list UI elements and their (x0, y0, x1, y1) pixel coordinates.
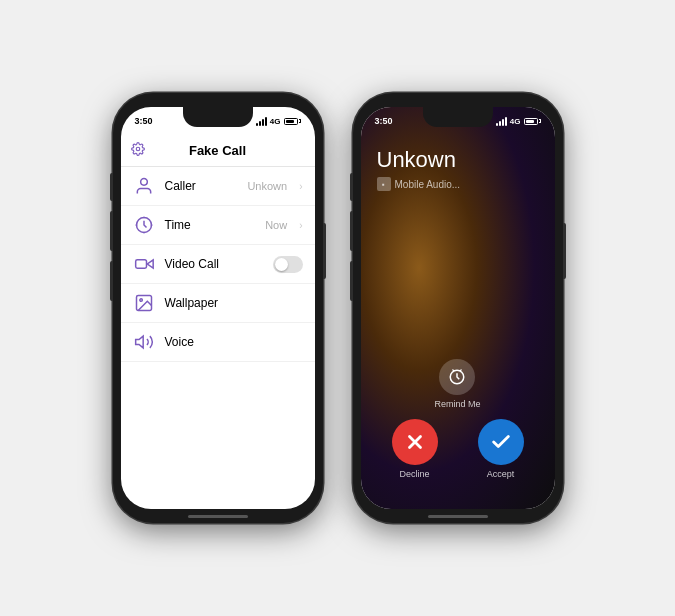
audio-icon: ▪ (377, 177, 391, 191)
svg-point-6 (139, 299, 142, 302)
call-battery-tip (539, 119, 541, 123)
status-icons: 4G (256, 117, 301, 126)
call-network-type: 4G (510, 117, 521, 126)
battery-body (284, 118, 298, 125)
signal-icon (256, 117, 267, 126)
home-indicator (188, 515, 248, 518)
mute-button-2[interactable] (350, 173, 353, 201)
time-icon (133, 214, 155, 236)
call-battery-body (524, 118, 538, 125)
remind-label: Remind Me (434, 399, 480, 409)
audio-row: ▪ Mobile Audio... (377, 177, 539, 191)
mute-button[interactable] (110, 173, 113, 201)
svg-point-0 (136, 147, 140, 151)
caller-chevron-icon: › (299, 181, 302, 192)
volume-up-button[interactable] (110, 211, 113, 251)
navigation-bar: Fake Call (121, 131, 315, 167)
call-signal-bar-1 (496, 123, 498, 126)
call-status-icons: 4G (496, 117, 541, 126)
call-actions: Remind Me Decline (361, 359, 555, 479)
settings-gear-icon[interactable] (131, 142, 145, 159)
volume-down-button[interactable] (110, 261, 113, 301)
signal-bar-2 (259, 121, 261, 126)
notch-2 (423, 107, 493, 127)
network-type: 4G (270, 117, 281, 126)
svg-rect-3 (135, 260, 146, 268)
call-battery-icon (524, 118, 541, 125)
decline-label: Decline (399, 469, 429, 479)
menu-item-time[interactable]: Time Now › (121, 206, 315, 245)
settings-screen: 3:50 4G (121, 107, 315, 509)
wallpaper-icon (133, 292, 155, 314)
svg-marker-7 (135, 336, 143, 348)
toggle-knob (275, 258, 288, 271)
svg-point-1 (140, 179, 147, 186)
caller-icon (133, 175, 155, 197)
menu-item-video-call[interactable]: Video Call (121, 245, 315, 284)
battery-tip (299, 119, 301, 123)
menu-item-wallpaper[interactable]: Wallpaper (121, 284, 315, 323)
accept-button[interactable]: Accept (478, 419, 524, 479)
call-buttons-row: Decline Accept (361, 419, 555, 479)
notch (183, 107, 253, 127)
decline-circle (392, 419, 438, 465)
caller-value: Unkown (247, 180, 287, 192)
decline-button[interactable]: Decline (392, 419, 438, 479)
menu-item-caller[interactable]: Caller Unkown › (121, 167, 315, 206)
power-button[interactable] (323, 223, 326, 279)
call-status-time: 3:50 (375, 116, 393, 126)
video-call-icon (133, 253, 155, 275)
phone-settings: 3:50 4G (113, 93, 323, 523)
menu-item-voice[interactable]: Voice (121, 323, 315, 362)
nav-title: Fake Call (189, 143, 246, 158)
signal-bar-4 (265, 117, 267, 126)
call-battery-fill (526, 120, 534, 123)
signal-bar-3 (262, 119, 264, 126)
volume-down-button-2[interactable] (350, 261, 353, 301)
voice-label: Voice (165, 335, 303, 349)
home-indicator-2 (428, 515, 488, 518)
call-signal-bar-2 (499, 121, 501, 126)
caller-label: Caller (165, 179, 238, 193)
call-signal-bar-4 (505, 117, 507, 126)
video-call-toggle[interactable] (273, 256, 303, 273)
wallpaper-label: Wallpaper (165, 296, 303, 310)
time-chevron-icon: › (299, 220, 302, 231)
remind-me-button[interactable]: Remind Me (434, 359, 480, 409)
call-content: 3:50 4G (361, 107, 555, 509)
audio-label: Mobile Audio... (395, 179, 461, 190)
time-value: Now (265, 219, 287, 231)
voice-icon (133, 331, 155, 353)
caller-name: Unkown (377, 147, 539, 173)
accept-label: Accept (487, 469, 515, 479)
menu-list: Caller Unkown › Time Now › (121, 167, 315, 509)
status-time: 3:50 (135, 116, 153, 126)
accept-circle (478, 419, 524, 465)
call-signal-bar-3 (502, 119, 504, 126)
volume-up-button-2[interactable] (350, 211, 353, 251)
battery-fill (286, 120, 294, 123)
call-screen: 3:50 4G (361, 107, 555, 509)
toggle-switch[interactable] (273, 256, 303, 273)
call-signal-icon (496, 117, 507, 126)
caller-info: Unkown ▪ Mobile Audio... (361, 131, 555, 199)
signal-bar-1 (256, 123, 258, 126)
settings-content: 3:50 4G (121, 107, 315, 509)
svg-marker-4 (147, 260, 153, 268)
remind-icon (439, 359, 475, 395)
power-button-2[interactable] (563, 223, 566, 279)
phone-incoming-call: 3:50 4G (353, 93, 563, 523)
video-call-label: Video Call (165, 257, 263, 271)
time-label: Time (165, 218, 256, 232)
battery-icon (284, 118, 301, 125)
